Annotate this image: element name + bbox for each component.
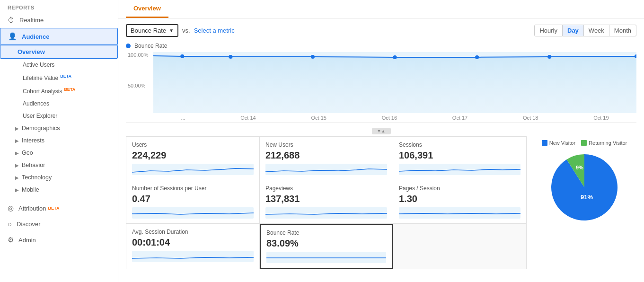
sidebar-technology-label: Technology [22,174,52,181]
returning-visitor-label: Returning Visitor [589,140,627,146]
top-controls: Bounce Rate ▼ vs. Select a metric Hourly… [126,24,636,37]
metric-bounce-rate-title: Bounce Rate [266,229,386,236]
metric-card-avg-session[interactable]: Avg. Session Duration 00:01:04 [126,224,259,269]
sidebar-cohort-label: Cohort Analysis [23,88,62,95]
sidebar-item-attribution[interactable]: ◎ AttributionBETA [0,200,118,216]
audience-icon: 👤 [8,32,17,41]
sidebar-item-realtime[interactable]: ⏱ Realtime [0,12,118,28]
metric-avg-session-sparkline [132,251,254,262]
metric-card-bounce-rate[interactable]: Bounce Rate 83.09% [260,224,393,269]
metric-spu-sparkline [132,207,254,219]
sidebar-divider [0,198,118,198]
x-label-3: Oct 16 [382,115,397,121]
line-chart: 100.00% 50.00% [126,52,636,123]
metric-sessions-sparkline [399,164,520,175]
admin-icon: ⚙ [8,236,14,244]
sidebar-attribution-label: Attribution [18,205,46,212]
time-btn-day[interactable]: Day [563,25,584,36]
pie-chart-section: New Visitor Returning Visitor [532,136,636,269]
svg-point-3 [311,55,315,59]
bounce-rate-legend-dot [126,44,131,48]
sidebar-admin-label: Admin [18,237,36,244]
sidebar-mobile-label: Mobile [22,186,39,193]
y-label-top: 100.00% [128,52,151,58]
svg-point-5 [475,55,479,59]
pie-legend-returning-visitor: Returning Visitor [581,140,627,146]
sidebar-interests-label: Interests [22,137,44,144]
sidebar-discover-label: Discover [17,220,41,228]
metric-avg-session-value: 00:01:04 [132,237,254,248]
metric-card-pageviews[interactable]: Pageviews 137,831 [260,180,393,223]
time-btn-week[interactable]: Week [584,25,609,36]
vs-label: vs. [182,27,190,34]
time-btn-month[interactable]: Month [609,25,636,36]
scroll-button[interactable]: ▼▲ [372,128,391,134]
x-label-5: Oct 18 [523,115,538,121]
new-visitor-label: New Visitor [549,140,575,146]
svg-point-1 [180,54,184,58]
metric-users-title: Users [132,141,254,148]
mobile-chevron-icon: ▶ [15,187,19,193]
discover-icon: ○ [8,220,12,228]
metric-pageviews-value: 137,831 [265,194,387,204]
attribution-beta: BETA [48,206,60,211]
sidebar-behavior-label: Behavior [22,162,45,168]
sidebar-active-users-label: Active Users [23,62,54,68]
metric-card-new-users[interactable]: New Users 212,688 [260,137,393,180]
pie-chart-svg: 91% 9% [547,150,622,225]
time-btn-hourly[interactable]: Hourly [534,25,563,36]
metric-card-users[interactable]: Users 224,229 [126,137,259,180]
sidebar-group-geo[interactable]: ▶ Geo [0,147,118,159]
line-chart-svg [153,52,636,113]
x-axis-labels: ... Oct 14 Oct 15 Oct 16 Oct 17 Oct 18 O… [153,113,636,123]
sidebar-group-mobile[interactable]: ▶ Mobile [0,184,118,196]
tab-overview[interactable]: Overview [126,0,168,18]
sidebar-subitem-active-users[interactable]: Active Users [0,59,118,71]
sidebar-item-discover[interactable]: ○ Discover [0,216,118,232]
metric-bounce-rate-value: 83.09% [266,238,386,249]
svg-marker-0 [153,56,636,113]
y-label-mid: 50.00% [128,83,151,88]
metrics-main: Users 224,229 New Users 212,688 [126,136,636,269]
x-label-2: Oct 15 [311,115,326,121]
metric-dropdown[interactable]: Bounce Rate ▼ [126,24,178,37]
sidebar-item-admin[interactable]: ⚙ Admin [0,232,118,248]
sidebar-subitem-user-explorer[interactable]: User Explorer [0,110,118,122]
select-metric-link[interactable]: Select a metric [194,27,235,34]
metric-new-users-title: New Users [265,141,387,148]
sidebar-subitem-audiences[interactable]: Audiences [0,97,118,110]
demographics-chevron-icon: ▶ [15,126,19,131]
interests-chevron-icon: ▶ [15,138,19,143]
sidebar-user-explorer-label: User Explorer [23,113,57,119]
sidebar-demographics-label: Demographics [22,125,60,132]
metric-bounce-rate-sparkline [266,252,386,263]
metric-card-pages-session[interactable]: Pages / Session 1.30 [393,180,526,223]
scroll-indicator: ▼▲ [126,127,636,136]
sidebar: REPORTS ⏱ Realtime 👤 Audience Overview A… [0,0,118,282]
metric-sessions-title: Sessions [399,141,520,148]
metric-card-sessions-per-user[interactable]: Number of Sessions per User 0.47 [126,180,259,223]
x-label-4: Oct 17 [452,115,468,121]
sidebar-subitem-cohort-analysis[interactable]: Cohort AnalysisBETA [0,84,118,97]
sidebar-item-audience-label: Audience [22,33,50,40]
chart-area [153,52,636,113]
metric-new-users-value: 212,688 [265,150,387,161]
attribution-icon: ◎ [8,204,14,212]
svg-point-2 [229,55,232,59]
tab-bar: Overview [118,0,644,18]
returning-visitor-color [581,140,587,146]
metric-card-sessions[interactable]: Sessions 106,391 [393,137,526,180]
sidebar-group-demographics[interactable]: ▶ Demographics [0,122,118,134]
sidebar-subitem-lifetime-value[interactable]: Lifetime ValueBETA [0,71,118,84]
sidebar-group-interests[interactable]: ▶ Interests [0,134,118,147]
metrics-grid: Users 224,229 New Users 212,688 [126,136,527,269]
sidebar-group-behavior[interactable]: ▶ Behavior [0,159,118,171]
metric-spu-value: 0.47 [132,194,254,204]
sidebar-subitem-overview[interactable]: Overview [0,45,118,59]
y-axis-labels: 100.00% 50.00% [126,52,153,113]
sidebar-lifetime-value-label: Lifetime Value [23,75,58,81]
chart-legend: Bounce Rate [126,43,636,49]
geo-chevron-icon: ▶ [15,150,19,156]
sidebar-group-technology[interactable]: ▶ Technology [0,171,118,184]
sidebar-item-audience[interactable]: 👤 Audience [0,28,118,45]
